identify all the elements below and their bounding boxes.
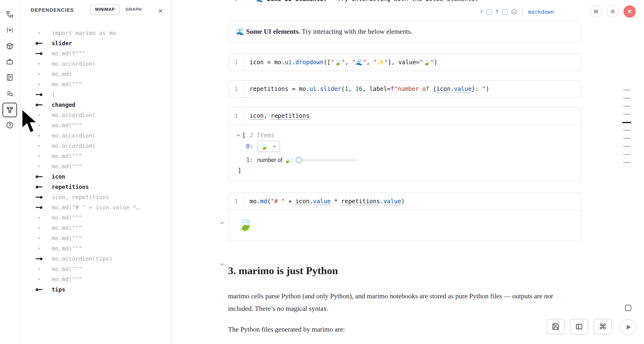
f-checkbox[interactable] — [502, 9, 508, 15]
panel-toggle-button[interactable] — [622, 302, 634, 313]
minimap-item[interactable]: mo.accordion( — [20, 110, 171, 120]
cell-dot-icon — [34, 114, 44, 116]
slider-widget[interactable] — [296, 156, 357, 164]
minimap-item[interactable]: mo.accordion( — [20, 130, 171, 141]
minimap-item-label: mo.md(""" — [52, 153, 82, 159]
minimap-item[interactable]: mo.md( — [20, 69, 171, 79]
cell-map-line[interactable] — [623, 114, 630, 115]
tree-collapse-icon[interactable] — [236, 133, 241, 138]
code-editor[interactable]: icon, repetitions — [244, 107, 310, 124]
definition-icon — [34, 104, 44, 106]
minimap-item[interactable]: slider — [20, 38, 171, 48]
minimap-item[interactable]: mo.md(""" — [20, 79, 171, 89]
expression-output-tree: [ 2 Items 0: 🍃 1: number of 🍃: — [228, 125, 581, 181]
slider-widget-label: number of 🍃: — [257, 157, 292, 163]
keyboard-shortcuts-button[interactable]: ⌘ — [594, 319, 612, 334]
sidebar-item-logs[interactable] — [5, 89, 15, 98]
slider-track[interactable] — [296, 159, 357, 161]
minimap-item-label: mo.md(""" — [52, 235, 82, 241]
cell-dot-icon — [34, 32, 44, 34]
cell-map-line[interactable] — [623, 130, 630, 131]
minimap-item[interactable]: mo.md(""" — [20, 274, 171, 284]
menu-button[interactable] — [590, 5, 602, 18]
gear-icon — [610, 8, 616, 15]
code-editor[interactable]: icon = mo.ui.dropdown(["🍃", "🌊", "✨"], v… — [244, 54, 438, 71]
minimap-item[interactable]: mo.md(""" — [20, 151, 171, 161]
minimap-item[interactable]: mo.md(""" — [20, 120, 171, 130]
section-heading: 3. marimo is just Python — [228, 265, 338, 277]
dropdown-widget[interactable]: 🍃 — [257, 141, 280, 152]
cell-dot-icon — [34, 135, 44, 137]
paragraph: The Python files generated by marimo are… — [228, 323, 560, 335]
minimap-item[interactable]: icon — [20, 171, 171, 182]
intro-text: Try interacting with the below elements. — [300, 28, 412, 35]
slider-handle[interactable] — [296, 157, 302, 163]
square-outline-icon — [624, 303, 632, 312]
minimap-item[interactable]: changed — [20, 100, 171, 110]
sidebar-item-snippets[interactable] — [5, 25, 15, 35]
sidebar-item-datasources[interactable] — [5, 57, 15, 67]
cell-dot-icon — [34, 155, 44, 157]
code-editor[interactable]: **🌊 Some UI elements.** Try interacting … — [244, 0, 478, 4]
tab-graph[interactable]: GRAPH — [121, 5, 146, 15]
cell-map-line[interactable] — [623, 138, 630, 139]
minimap-item[interactable]: mo.accordion( — [20, 59, 171, 69]
close-icon: × — [158, 7, 163, 15]
sidebar-item-packages[interactable] — [5, 41, 15, 51]
minimap-item[interactable]: import marimo as mo — [20, 28, 171, 38]
markdown-output-cell: 🌊 Some UI elements. Try interacting with… — [228, 21, 581, 43]
code-editor[interactable]: repetitions = mo.ui.slider(1, 16, label=… — [244, 81, 489, 97]
cell-dot-icon — [34, 73, 44, 75]
minimap-item[interactable]: tips — [20, 284, 171, 295]
run-button[interactable] — [620, 319, 636, 335]
minimap-item[interactable]: icon, repetitions — [20, 192, 171, 202]
tab-minimap[interactable]: MINIMAP — [90, 5, 120, 15]
settings-button[interactable] — [607, 5, 619, 18]
minimap-item[interactable]: mo.md(""" — [20, 264, 171, 274]
section-collapse-chevron[interactable] — [219, 261, 226, 268]
minimap-item[interactable]: mo.md(""" — [20, 213, 171, 223]
cell-map-line[interactable] — [623, 146, 630, 147]
cell-dot-icon — [34, 63, 44, 65]
sidebar-item-dependencies[interactable] — [2, 103, 17, 117]
cell-map-line[interactable] — [623, 154, 630, 155]
minimap-item[interactable]: repetitions — [20, 182, 171, 192]
language-label[interactable]: markdown — [528, 9, 554, 15]
minimap-item[interactable]: mo.md(f""" — [20, 48, 171, 59]
cell-toolbar: r f markdown — [480, 7, 554, 17]
cell-dot-icon — [34, 227, 44, 229]
cell-map-line[interactable] — [622, 122, 631, 123]
layout-button[interactable] — [570, 319, 588, 334]
minimap-item[interactable]: mo.md(""" — [20, 223, 171, 233]
minimap-item-label: repetitions — [52, 184, 89, 190]
minimap-item[interactable]: mo.md("# " + icon.value *… — [20, 202, 171, 213]
cell-collapse-chevron[interactable] — [219, 219, 226, 227]
minimap-item[interactable]: mo.md(""" — [20, 233, 171, 243]
line-number: 1 — [228, 107, 244, 124]
minimap-item-label: mo.md(""" — [52, 266, 82, 272]
minimap-item[interactable]: mo.accordion( — [20, 141, 171, 151]
toolbar-divider — [522, 9, 523, 15]
minimap-item-label: mo.md(""" — [52, 245, 82, 252]
save-button[interactable] — [546, 319, 565, 334]
panel-close-button[interactable]: × — [155, 5, 166, 16]
minimap-item[interactable]: mo.accordion(tips) — [20, 254, 171, 264]
minimap-item-label: changed — [52, 102, 76, 108]
code-editor[interactable]: mo.md("# " + icon.value * repetitions.va… — [244, 193, 405, 210]
minimap-item[interactable]: mo.md(""" — [20, 243, 171, 254]
sidebar-item-files[interactable] — [5, 9, 15, 19]
r-checkbox[interactable] — [486, 9, 492, 15]
minimap-item[interactable]: mo.md(""" — [20, 161, 171, 171]
sidebar-item-help[interactable] — [5, 120, 15, 130]
reference-icon — [34, 206, 44, 209]
sidebar-item-documentation[interactable] — [5, 73, 15, 82]
cell-map-line[interactable] — [623, 162, 630, 163]
cell-map-line[interactable] — [623, 106, 630, 106]
shutdown-button[interactable] — [624, 5, 636, 18]
cell-map-line[interactable] — [623, 98, 630, 98]
info-icon[interactable] — [511, 9, 517, 15]
cell-map-line[interactable] — [623, 90, 630, 90]
cell-dot-icon — [34, 145, 44, 147]
minimap-item[interactable]: ( — [20, 89, 171, 100]
command-icon: ⌘ — [599, 322, 607, 331]
